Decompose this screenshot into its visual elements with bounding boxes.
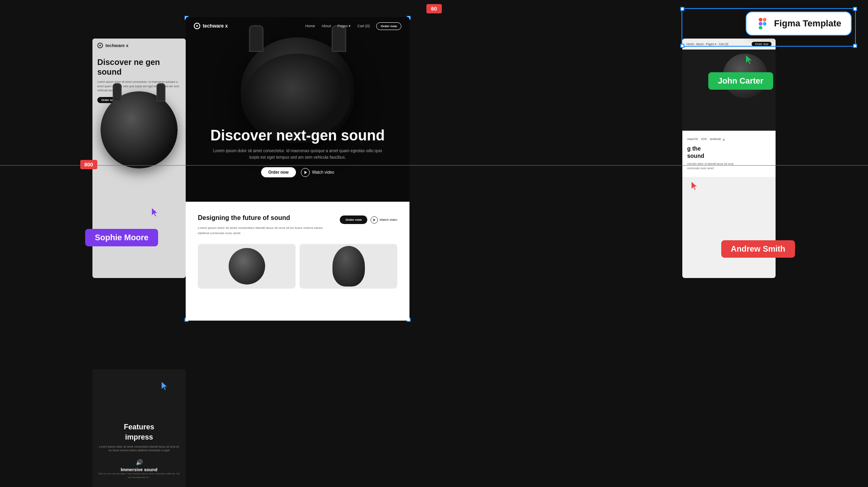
nav-about[interactable]: About (321, 24, 331, 28)
right-white: macOS iOS android 🍃 g thesound mmodo dia… (682, 131, 776, 177)
sound-icon: 🔊 (92, 459, 186, 465)
nav-logo-icon (194, 23, 200, 29)
white-order-button[interactable]: Order now (340, 215, 367, 224)
sophie-moore-badge: Sophie Moore (85, 229, 158, 246)
nav-logo: techware x (194, 23, 228, 29)
nav-links: Home About Pages ▾ Cart (0) Order now (305, 22, 401, 30)
john-carter-badge: John Carter (708, 72, 773, 90)
product-headphone-1 (229, 248, 265, 284)
play-circle-dark-icon (371, 216, 378, 224)
hero-watch-button[interactable]: Watch video (301, 168, 334, 177)
left-hero-desc: Lorem ipsum dolor sit amet consectetur. … (97, 80, 181, 93)
right-platforms: macOS iOS android 🍃 (687, 137, 771, 141)
figma-icon (756, 17, 769, 30)
nav-pages[interactable]: Pages ▾ (337, 24, 351, 28)
svg-point-6 (763, 22, 767, 26)
immersive-title: Immersive sound (92, 467, 186, 472)
white-section-desc: Lorem ipsum dolor sit amet consectetur b… (198, 226, 332, 236)
right-nav-links: Home · About · Pages ▾ · Cart (0) (686, 43, 729, 46)
frame-counter: 60 (426, 4, 442, 13)
main-hero: techware x Home About Pages ▾ Cart (0) O… (186, 17, 409, 202)
right-hero (682, 50, 776, 131)
main-white-section: Designing the future of sound Lorem ipsu… (186, 202, 409, 289)
right-desc: mmodo diam ut blandit lacus sit urnacomm… (687, 162, 771, 170)
figma-template-badge: Figma Template (746, 11, 852, 36)
ruler-badge: 800 (80, 160, 97, 169)
impress-text: impress (92, 433, 186, 442)
hero-content: Discover next-gen sound Lorem ipsum dolo… (186, 127, 409, 177)
cursor-john-icon (745, 55, 754, 66)
figma-handle-tl[interactable] (680, 7, 684, 11)
cursor-left-icon (161, 381, 169, 393)
frame-main: techware x Home About Pages ▾ Cart (0) O… (186, 17, 409, 321)
right-title: g thesound (687, 145, 771, 159)
cursor-sophie-icon (151, 208, 160, 218)
figma-badge-text: Figma Template (774, 18, 841, 29)
andrew-smith-badge: Andrew Smith (721, 240, 795, 258)
features-text: Features (92, 423, 186, 431)
frame-left-bottom: Features impress Lorem ipsum dolor sit a… (92, 369, 186, 487)
left-brand: techware x (105, 43, 129, 48)
main-nav: techware x Home About Pages ▾ Cart (0) O… (186, 17, 409, 35)
svg-rect-4 (759, 22, 763, 26)
svg-rect-2 (759, 18, 763, 22)
nav-brand: techware x (203, 23, 228, 29)
features-desc: Lorem ipsum dolor sit amet consectetur b… (92, 445, 186, 453)
ruler-line (0, 165, 868, 166)
hero-description: Lorem ipsum dolor sit amet consectetur. … (186, 148, 409, 161)
nav-order-button[interactable]: Order now (376, 22, 401, 30)
nav-cart[interactable]: Cart (0) (357, 24, 370, 28)
product-images (198, 244, 397, 289)
immersive-desc: Odio eu urs nisi orci diam. Urna facilis… (92, 472, 186, 479)
product-image-2 (300, 244, 397, 289)
svg-marker-7 (746, 55, 752, 64)
figma-handle-tr[interactable] (853, 7, 857, 11)
left-logo-icon (97, 43, 103, 48)
product-image-1 (198, 244, 296, 289)
svg-marker-8 (152, 208, 157, 216)
cursor-andrew-icon (690, 181, 699, 193)
figma-handle-br[interactable] (853, 44, 857, 48)
white-watch-button[interactable]: Watch video (371, 216, 397, 224)
svg-rect-3 (763, 18, 767, 22)
play-circle-icon (301, 168, 310, 177)
right-order-button[interactable]: Order now (752, 42, 772, 46)
product-headphone-2 (332, 246, 365, 287)
left-hero-title: Discover ne gen sound (97, 57, 181, 77)
svg-rect-5 (759, 26, 763, 29)
svg-marker-0 (162, 382, 167, 390)
right-nav: Home · About · Pages ▾ · Cart (0) Order … (682, 39, 776, 50)
svg-marker-1 (692, 182, 697, 190)
left-headphone-image (101, 91, 178, 168)
nav-home[interactable]: Home (305, 24, 315, 28)
white-section-title: Designing the future of sound (198, 214, 332, 222)
hero-order-button[interactable]: Order now (261, 167, 296, 177)
hero-title: Discover next-gen sound (186, 127, 409, 144)
